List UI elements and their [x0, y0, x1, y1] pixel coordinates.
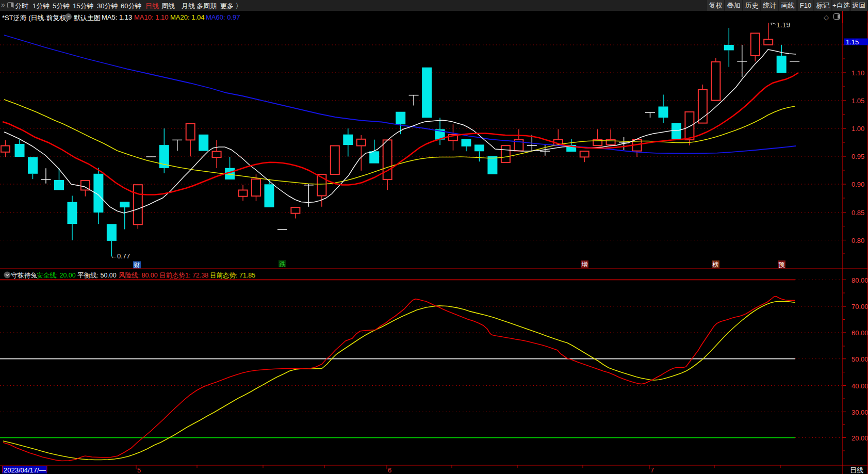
svg-text:目前态势: 71.85: 目前态势: 71.85 [210, 272, 255, 279]
svg-text:1.10: 1.10 [851, 69, 864, 77]
svg-text:榜: 榜 [712, 261, 719, 268]
svg-text:跌: 跌 [280, 260, 286, 268]
svg-text:1.19: 1.19 [776, 23, 790, 29]
svg-text:1.00: 1.00 [851, 125, 864, 133]
svg-text:50.00: 50.00 [851, 355, 868, 363]
svg-text:2023/04/17/—: 2023/04/17/— [4, 466, 46, 474]
svg-text:日线: 日线 [850, 466, 863, 474]
svg-text:70.00: 70.00 [851, 303, 868, 310]
svg-text:1.05: 1.05 [851, 97, 864, 105]
svg-text:风险线: 80.00: 风险线: 80.00 [119, 272, 158, 279]
svg-text:40.00: 40.00 [851, 382, 868, 390]
svg-text:预: 预 [779, 261, 785, 268]
svg-text:0.90: 0.90 [851, 181, 864, 188]
svg-text:0.95: 0.95 [851, 153, 864, 160]
svg-text:1.15: 1.15 [846, 38, 859, 46]
svg-text:守株待兔: 守株待兔 [11, 272, 37, 279]
svg-text:80.00: 80.00 [851, 276, 868, 284]
svg-text:增: 增 [582, 261, 588, 268]
svg-text:20.00: 20.00 [851, 434, 868, 442]
svg-text:60.00: 60.00 [851, 329, 868, 337]
svg-text:0.80: 0.80 [851, 237, 864, 244]
svg-text:7: 7 [650, 466, 654, 474]
svg-text:目前态势1: 72.38: 目前态势1: 72.38 [159, 272, 208, 279]
svg-text:←0.77: ←0.77 [110, 252, 130, 260]
svg-text:0.85: 0.85 [851, 209, 864, 217]
svg-text:平衡线: 50.00: 平衡线: 50.00 [77, 272, 117, 279]
svg-text:5: 5 [137, 466, 141, 474]
svg-text:30.00: 30.00 [851, 408, 868, 416]
svg-text:6: 6 [388, 466, 391, 474]
svg-text:财: 财 [134, 261, 140, 269]
svg-text:安全线: 20.00: 安全线: 20.00 [37, 272, 76, 279]
